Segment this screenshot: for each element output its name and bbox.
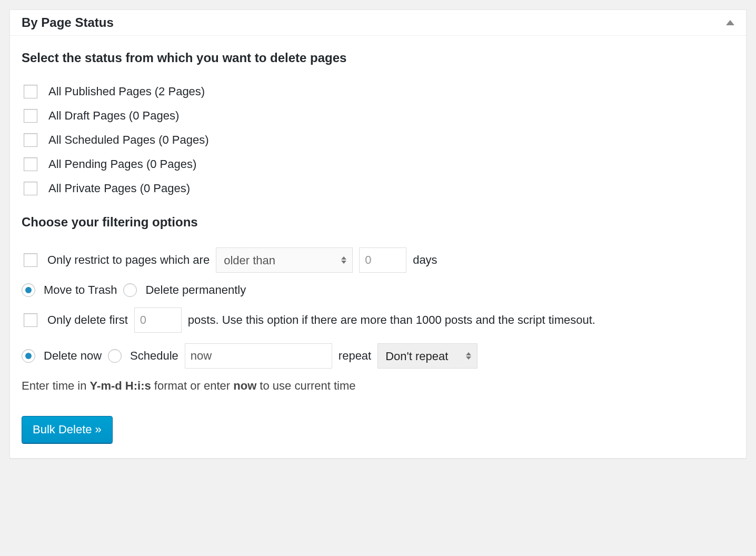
by-page-status-panel: By Page Status Select the status from wh… <box>9 9 747 459</box>
filter-row-schedule: Delete now Schedule repeat Don't repeat <box>22 343 734 369</box>
checkbox-draft[interactable] <box>24 109 37 123</box>
limit-input[interactable] <box>134 307 182 333</box>
age-days-input[interactable] <box>359 247 406 273</box>
schedule-label: Schedule <box>130 349 178 363</box>
checkbox-limit[interactable] <box>24 313 37 327</box>
status-list: All Published Pages (2 Pages) All Draft … <box>22 83 734 197</box>
time-hint: Enter time in Y-m-d H:i:s format or ente… <box>22 379 734 393</box>
time-hint-fmt: Y-m-d H:i:s <box>90 379 151 392</box>
only-first-suffix: posts. Use this option if there are more… <box>188 313 595 327</box>
panel-header[interactable]: By Page Status <box>10 10 746 36</box>
checkbox-scheduled[interactable] <box>24 133 37 147</box>
checkbox-restrict-age[interactable] <box>24 253 37 267</box>
collapse-icon <box>726 20 734 25</box>
radio-move-trash[interactable] <box>22 283 35 297</box>
repeat-select[interactable]: Don't repeat <box>377 343 478 369</box>
age-compare-select-wrap: older than <box>216 247 353 273</box>
repeat-select-wrap: Don't repeat <box>377 343 478 369</box>
repeat-label: repeat <box>339 349 371 363</box>
status-label: All Scheduled Pages (0 Pages) <box>48 133 209 147</box>
checkbox-private[interactable] <box>24 182 37 195</box>
status-row-draft: All Draft Pages (0 Pages) <box>22 107 734 124</box>
restrict-label: Only restrict to pages which are <box>47 253 210 267</box>
filter-row-limit: Only delete first posts. Use this option… <box>22 307 734 333</box>
schedule-time-input[interactable] <box>185 343 332 369</box>
move-trash-label: Move to Trash <box>44 283 117 297</box>
only-first-label: Only delete first <box>47 313 128 327</box>
radio-delete-permanent[interactable] <box>123 283 137 297</box>
status-label: All Pending Pages (0 Pages) <box>48 157 196 171</box>
panel-body: Select the status from which you want to… <box>10 36 746 458</box>
status-section-title: Select the status from which you want to… <box>22 51 734 65</box>
days-label: days <box>413 253 437 267</box>
delete-now-label: Delete now <box>44 349 102 363</box>
panel-title: By Page Status <box>22 15 114 30</box>
radio-schedule[interactable] <box>108 349 122 363</box>
status-label: All Draft Pages (0 Pages) <box>48 109 179 123</box>
checkbox-pending[interactable] <box>24 157 37 171</box>
checkbox-published[interactable] <box>24 85 37 98</box>
time-hint-post: to use current time <box>256 379 355 392</box>
status-row-published: All Published Pages (2 Pages) <box>22 83 734 100</box>
filter-row-age: Only restrict to pages which are older t… <box>22 247 734 273</box>
filter-row-delete-mode: Move to Trash Delete permanently <box>22 283 734 297</box>
delete-perm-label: Delete permanently <box>145 283 246 297</box>
age-compare-select[interactable]: older than <box>216 247 353 273</box>
status-label: All Private Pages (0 Pages) <box>48 182 190 195</box>
status-row-pending: All Pending Pages (0 Pages) <box>22 156 734 173</box>
status-label: All Published Pages (2 Pages) <box>48 85 205 98</box>
time-hint-mid: format or enter <box>151 379 234 392</box>
bulk-delete-button[interactable]: Bulk Delete » <box>22 416 113 443</box>
status-row-scheduled: All Scheduled Pages (0 Pages) <box>22 132 734 148</box>
time-hint-now: now <box>233 379 256 392</box>
radio-delete-now[interactable] <box>22 349 35 363</box>
time-hint-pre: Enter time in <box>22 379 90 392</box>
filter-section-title: Choose your filtering options <box>22 215 734 230</box>
status-row-private: All Private Pages (0 Pages) <box>22 180 734 197</box>
